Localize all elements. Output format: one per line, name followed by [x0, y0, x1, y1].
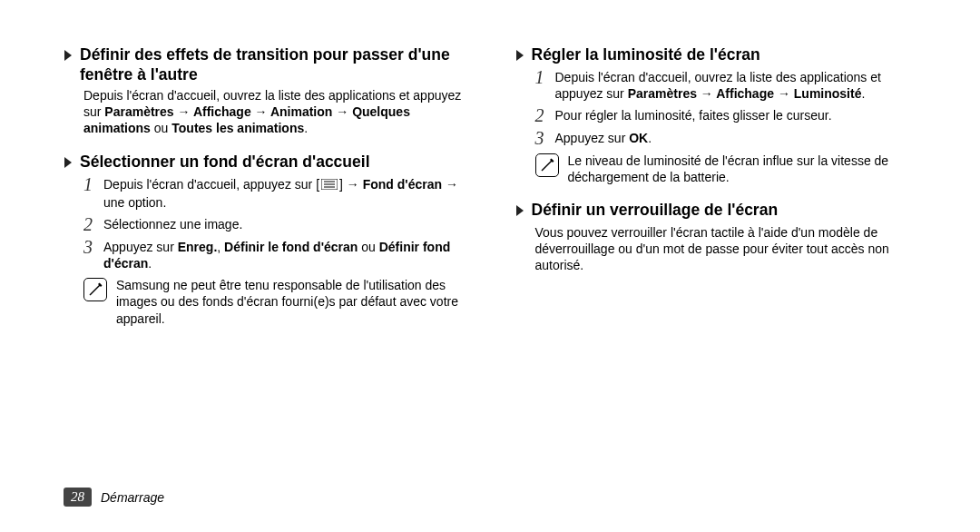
step-body: Sélectionnez une image.: [103, 216, 479, 232]
chevron-icon: [515, 202, 526, 222]
text: Appuyez sur: [555, 131, 630, 145]
text: OK: [629, 131, 648, 145]
transition-intro: Depuis l'écran d'accueil, ouvrez la list…: [83, 87, 479, 137]
text: ,: [217, 240, 224, 254]
section-transition-effects: Définir des effets de transition pour pa…: [64, 45, 479, 136]
section-brightness: Régler la luminosité de l'écran 1 Depuis…: [515, 45, 931, 186]
page-footer: 28 Démarrage: [64, 488, 164, 507]
section-wallpaper: Sélectionner un fond d'écran d'accueil 1…: [64, 153, 479, 326]
right-column: Régler la luminosité de l'écran 1 Depuis…: [515, 45, 931, 343]
text: Appuyez sur: [103, 240, 178, 254]
heading-brightness-text: Régler la luminosité de l'écran: [532, 45, 760, 65]
note-icon: [535, 153, 559, 177]
note-icon: [83, 278, 107, 301]
step-1: 1 Depuis l'écran d'accueil, ouvrez la li…: [535, 69, 931, 102]
text: ou: [151, 121, 172, 135]
step-2: 2 Sélectionnez une image.: [83, 216, 479, 233]
text: .: [648, 131, 652, 145]
page-columns: Définir des effets de transition pour pa…: [64, 45, 930, 343]
step-3: 3 Appuyez sur Enreg., Définir le fond d'…: [83, 239, 479, 271]
step-number: 3: [83, 238, 103, 256]
brightness-steps: 1 Depuis l'écran d'accueil, ouvrez la li…: [535, 69, 931, 147]
step-number: 2: [83, 215, 103, 233]
note-text: Le niveau de luminosité de l'écran influ…: [568, 153, 931, 185]
text: .: [148, 256, 152, 271]
lock-para: Vous pouvez verrouiller l'écran tactile …: [535, 224, 931, 274]
footer-section-label: Démarrage: [101, 490, 164, 505]
path-text: → Fond d'écran: [347, 177, 442, 192]
step-2: 2 Pour régler la luminosité, faites glis…: [535, 107, 931, 124]
brightness-note: Le niveau de luminosité de l'écran influ…: [535, 153, 931, 185]
step-3: 3 Appuyez sur OK.: [535, 130, 931, 147]
text: ou: [358, 240, 378, 254]
heading-transition: Définir des effets de transition pour pa…: [64, 45, 479, 85]
path-text: Paramètres → Affichage → Luminosité: [628, 86, 862, 101]
text: .: [304, 121, 308, 135]
text: .: [861, 86, 865, 101]
heading-transition-text: Définir des effets de transition pour pa…: [80, 45, 479, 85]
step-number: 2: [535, 106, 555, 124]
chevron-icon: [64, 47, 74, 67]
text: Enreg.: [178, 240, 218, 254]
heading-lock: Définir un verrouillage de l'écran: [515, 201, 931, 222]
section-lock: Définir un verrouillage de l'écran Vous …: [515, 201, 931, 273]
text: ]: [339, 177, 347, 192]
heading-wallpaper: Sélectionner un fond d'écran d'accueil: [64, 153, 479, 174]
left-column: Définir des effets de transition pour pa…: [64, 45, 479, 343]
chevron-icon: [64, 154, 74, 174]
text: Depuis l'écran d'accueil, appuyez sur [: [103, 177, 319, 192]
wallpaper-steps: 1 Depuis l'écran d'accueil, appuyez sur …: [83, 176, 479, 271]
heading-wallpaper-text: Sélectionner un fond d'écran d'accueil: [80, 153, 370, 172]
path-text: Toutes les animations: [172, 121, 304, 135]
step-body: Appuyez sur Enreg., Définir le fond d'éc…: [103, 239, 479, 271]
note-text: Samsung ne peut être tenu responsable de…: [116, 277, 479, 327]
heading-brightness: Régler la luminosité de l'écran: [515, 45, 931, 67]
step-1: 1 Depuis l'écran d'accueil, appuyez sur …: [83, 176, 479, 211]
step-body: Pour régler la luminosité, faites glisse…: [555, 107, 931, 123]
step-number: 3: [535, 129, 555, 147]
page-number-badge: 28: [64, 488, 92, 507]
step-body: Depuis l'écran d'accueil, ouvrez la list…: [555, 69, 931, 102]
menu-key-icon: [321, 177, 338, 193]
step-number: 1: [83, 175, 103, 193]
text: Définir le fond d'écran: [224, 240, 358, 254]
step-body: Depuis l'écran d'accueil, appuyez sur []…: [103, 176, 479, 211]
chevron-icon: [515, 47, 526, 67]
wallpaper-note: Samsung ne peut être tenu responsable de…: [83, 277, 479, 327]
step-number: 1: [535, 68, 555, 86]
heading-lock-text: Définir un verrouillage de l'écran: [532, 201, 779, 221]
step-body: Appuyez sur OK.: [555, 130, 931, 146]
